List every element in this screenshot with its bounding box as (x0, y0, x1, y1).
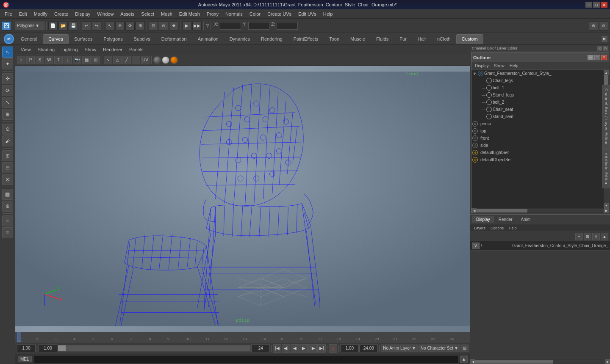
outliner-item-10[interactable]: ⊙ side (471, 142, 604, 149)
tool-grid[interactable]: ▦ (2, 189, 13, 200)
tb-question[interactable]: ? (205, 22, 209, 29)
cb-hscroll-left[interactable]: ◀ (470, 359, 475, 364)
tb-translate[interactable]: ⊕ (115, 21, 125, 30)
vt-smooth[interactable]: S (36, 56, 44, 64)
tab-fluids[interactable]: Fluids (371, 34, 394, 44)
tool-snap[interactable]: ⊛ (2, 201, 13, 212)
pb-play-fwd[interactable]: ▶ (299, 344, 308, 353)
outliner-hscroll-thumb[interactable] (477, 209, 527, 212)
tool-manipulator[interactable]: ⊕ (2, 109, 13, 120)
tool-paint2[interactable]: 🖌 (2, 135, 13, 146)
tb-keyframe[interactable]: ⊗ (589, 21, 598, 30)
outliner-item-8[interactable]: ⊙ top (471, 127, 604, 135)
tb-rotate[interactable]: ⟳ (125, 21, 135, 30)
pb-step-fwd[interactable]: |▶ (308, 344, 317, 353)
menu-file[interactable]: File (2, 11, 15, 17)
ow-menu-show[interactable]: Show (491, 63, 507, 69)
tb-ipr[interactable]: ▶▶ (192, 21, 202, 30)
tab-custom[interactable]: Custom (456, 34, 483, 44)
ow-menu-help[interactable]: Help (507, 63, 521, 69)
tool-hide[interactable]: ⊟ (2, 162, 13, 173)
tab-polygons[interactable]: Polygons (98, 34, 128, 44)
tb-snap-grid[interactable]: ⊡ (149, 21, 158, 30)
outliner-item-11[interactable]: ⚙ defaultLightSet (471, 149, 604, 156)
cb-icon-delete[interactable]: ✕ (592, 233, 600, 240)
status-line-toggle[interactable] (2, 21, 11, 30)
outliner-vscroll-up[interactable]: ▲ (604, 70, 609, 75)
pb-step-back[interactable]: ◀| (282, 344, 290, 353)
cb-tab-display[interactable]: Display (472, 216, 494, 223)
menu-help[interactable]: Help (320, 11, 336, 17)
vt-light[interactable]: L (64, 56, 72, 64)
pb-options[interactable]: ⊞ (461, 345, 469, 352)
tab-surfaces[interactable]: Surfaces (69, 34, 98, 44)
range-start-field[interactable] (39, 345, 57, 352)
tb-snap-curve[interactable]: ⊙ (159, 21, 168, 30)
vt-hud[interactable]: ⊞ (92, 56, 100, 64)
vt-wire[interactable]: W (45, 56, 53, 64)
tab-toon[interactable]: Toon (324, 34, 345, 44)
polygon-mode-dropdown[interactable]: Polygons ▼ (15, 22, 44, 30)
outliner-hscroll-left[interactable]: ◀ (471, 208, 477, 213)
tab-animation[interactable]: Animation (192, 34, 224, 44)
tab-muscle[interactable]: Muscle (345, 34, 371, 44)
cb-menu-help[interactable]: Help (507, 226, 519, 231)
vt-texture[interactable]: T (54, 56, 63, 64)
outliner-minimize[interactable]: ─ (588, 55, 593, 60)
pb-play-back[interactable]: ◀ (291, 344, 299, 353)
menu-create-uvs[interactable]: Create UVs (264, 11, 294, 17)
tb-render[interactable]: ▶ (182, 21, 191, 30)
tb-breakdown[interactable]: ⊘ (599, 21, 608, 30)
outliner-vscroll-down[interactable]: ▼ (604, 203, 609, 208)
outliner-item-3[interactable]: — Stand_legs (471, 91, 604, 99)
vt-home[interactable]: ⌂ (17, 56, 25, 64)
menu-color[interactable]: Color (247, 11, 263, 17)
tab-deformation[interactable]: Deformation (156, 34, 192, 44)
vp-menu-view[interactable]: View (18, 46, 34, 53)
menu-normals[interactable]: Normals (222, 11, 246, 17)
tool-show-all[interactable]: ⊞ (2, 150, 13, 161)
tool-move[interactable]: ✛ (2, 73, 13, 84)
tool-paint[interactable]: ✦ (2, 58, 13, 69)
playback-slider[interactable] (58, 345, 251, 352)
menu-modify[interactable]: Modify (31, 11, 50, 17)
tool-layer[interactable]: ≡ (2, 215, 13, 226)
vt-edge[interactable]: ╱ (122, 56, 131, 64)
tb-scale[interactable]: ⊞ (136, 21, 145, 30)
menu-mesh[interactable]: Mesh (158, 11, 175, 17)
maximize-button[interactable]: □ (593, 2, 600, 8)
outliner-close[interactable]: ✕ (601, 55, 607, 60)
vp-menu-renderer[interactable]: Renderer (100, 46, 125, 53)
menu-edit-mesh[interactable]: Edit Mesh (176, 11, 203, 17)
tab-ncloth[interactable]: nCloth (432, 34, 456, 44)
tb-new[interactable]: 📄 (48, 21, 58, 30)
end-frame-field[interactable] (359, 345, 378, 352)
anim-layer-dropdown[interactable]: No Anim Layer ▼ (381, 345, 418, 352)
vt-camera[interactable]: 📷 (73, 56, 81, 64)
cb-tab-anim[interactable]: Anim (517, 216, 535, 223)
vp-menu-panels[interactable]: Panels (126, 46, 147, 53)
vp-menu-lighting[interactable]: Lighting (58, 46, 81, 53)
menu-edit-uvs[interactable]: Edit UVs (295, 11, 319, 17)
vt-vertex[interactable]: · (132, 56, 140, 64)
y-field[interactable] (248, 22, 269, 30)
tool-select[interactable]: ↖ (2, 47, 13, 58)
start-frame-field[interactable] (340, 345, 359, 352)
outliner-item-1[interactable]: — Chair_legs (471, 77, 604, 84)
outliner-restore[interactable]: □ (594, 55, 600, 60)
pb-go-start[interactable]: |◀ (273, 344, 281, 353)
ow-folder-toggle[interactable]: ▼ (472, 71, 477, 76)
ow-menu-display[interactable]: Display (472, 63, 491, 69)
tool-lasso[interactable]: ⊙ (2, 124, 13, 135)
outliner-item-12[interactable]: ⚙ defaultObjectSet (471, 156, 604, 163)
mel-input[interactable] (33, 356, 458, 363)
vt-display-1[interactable] (153, 56, 161, 64)
cb-icon-up[interactable]: ▲ (601, 233, 608, 240)
cb-tab-render[interactable]: Render (494, 216, 517, 223)
vt-grid-toggle[interactable]: ▦ (82, 56, 91, 64)
tool-layer2[interactable]: ≡ (2, 227, 13, 238)
menu-select[interactable]: Select (138, 11, 157, 17)
vt-uv[interactable]: UV (141, 56, 150, 64)
menu-create[interactable]: Create (51, 11, 71, 17)
vp-menu-shading[interactable]: Shading (35, 46, 58, 53)
